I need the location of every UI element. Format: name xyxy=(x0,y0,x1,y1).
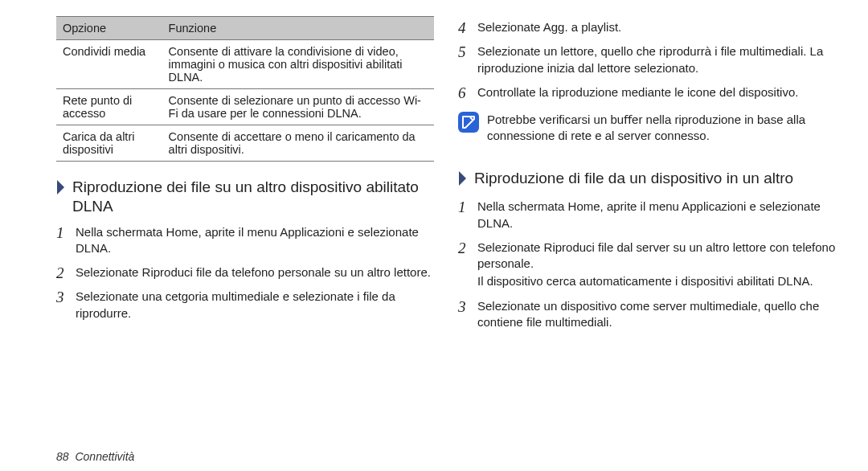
step-item: Nella schermata Home, aprite il menu App… xyxy=(56,224,434,257)
right-column: Selezionate Agg. a playlist. Selezionate… xyxy=(458,16,836,455)
page-number: 88 xyxy=(56,450,69,463)
section-b-title-text: Riproduzione di ﬁle da un dispositivo in… xyxy=(474,169,836,188)
table-row: Carica da altri dispositivi Consente di … xyxy=(56,125,434,162)
step-item: Selezionate una cetgoria multimediale e … xyxy=(56,289,434,322)
cell-option: Condividi media xyxy=(56,40,162,89)
manual-page: Opzione Funzione Condividi media Consent… xyxy=(0,0,868,471)
section-a-title-text: Riproduzione dei ﬁle su un altro disposi… xyxy=(72,178,434,216)
cell-function: Consente di selezionare un punto di acce… xyxy=(162,89,434,125)
step-item: Nella schermata Home, aprite il menu App… xyxy=(458,199,836,231)
cell-function: Consente di accettare o meno il caricame… xyxy=(162,125,434,162)
chevron-right-icon xyxy=(458,170,469,191)
step-item: Selezionate un lettore, quello che ripro… xyxy=(458,43,836,76)
continued-steps: Selezionate Agg. a playlist. Selezionate… xyxy=(458,19,836,109)
step-subtext: Il dispositivo cerca automaticamente i d… xyxy=(477,273,836,289)
step-item: Selezionate un dispositivo come server m… xyxy=(458,298,836,331)
step-item: Controllate la riproduzione mediante le … xyxy=(458,84,836,100)
note-icon xyxy=(458,112,479,133)
table-row: Condividi media Consente di attivare la … xyxy=(56,40,434,89)
table-row: Rete punto di accesso Consente di selezi… xyxy=(56,89,434,125)
table-header-row: Opzione Funzione xyxy=(56,17,434,40)
footer-section: Connettività xyxy=(75,450,134,463)
section-a-title: Riproduzione dei ﬁle su un altro disposi… xyxy=(56,178,434,216)
left-column: Opzione Funzione Condividi media Consent… xyxy=(56,16,434,455)
section-b-steps: Nella schermata Home, aprite il menu App… xyxy=(458,199,836,338)
chevron-right-icon xyxy=(56,179,68,200)
note-text: Potrebbe veriﬁcarsi un buﬀer nella ripro… xyxy=(487,112,836,145)
cell-option: Rete punto di accesso xyxy=(56,89,162,125)
step-item: Selezionate Riproduci ﬁle da telefono pe… xyxy=(56,264,434,281)
step-text: Selezionate Riproduci ﬁle dal server su … xyxy=(477,240,835,270)
options-table: Opzione Funzione Condividi media Consent… xyxy=(56,16,434,162)
cell-function: Consente di attivare la condivisione di … xyxy=(162,40,434,89)
section-b-title: Riproduzione di ﬁle da un dispositivo in… xyxy=(458,169,836,191)
header-function: Funzione xyxy=(162,17,434,40)
note-block: Potrebbe veriﬁcarsi un buﬀer nella ripro… xyxy=(458,112,836,145)
page-footer: 88 Connettività xyxy=(56,450,134,463)
cell-option: Carica da altri dispositivi xyxy=(56,125,162,162)
header-option: Opzione xyxy=(56,17,162,40)
section-a-steps: Nella schermata Home, aprite il menu App… xyxy=(56,224,434,330)
step-item: Selezionate Riproduci ﬁle dal server su … xyxy=(458,240,836,290)
step-item: Selezionate Agg. a playlist. xyxy=(458,19,836,35)
